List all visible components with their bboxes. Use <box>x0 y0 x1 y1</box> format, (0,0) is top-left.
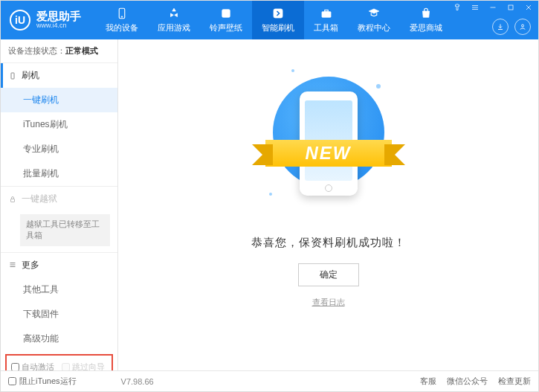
nav-apps[interactable]: 应用游戏 <box>148 1 200 39</box>
app-name: 爱思助手 <box>36 10 81 23</box>
footer: 阻止iTunes运行 V7.98.66 客服 微信公众号 检查更新 <box>1 370 538 391</box>
check-update-link[interactable]: 检查更新 <box>498 376 531 387</box>
ok-button[interactable]: 确定 <box>298 263 359 286</box>
svg-point-1 <box>121 16 123 18</box>
sidebar-jailbreak-header[interactable]: 一键越狱 <box>1 187 117 211</box>
tutorial-icon <box>367 7 381 20</box>
sidebar: 设备连接状态：正常模式 刷机 一键刷机 iTunes刷机 专业刷机 批量刷机 一… <box>1 39 118 370</box>
logo: iU 爱思助手 www.i4.cn <box>1 10 90 30</box>
nav-shop[interactable]: 爱思商城 <box>400 1 452 39</box>
success-illustration: NEW <box>269 69 388 218</box>
window-controls <box>451 2 535 13</box>
new-ribbon: NEW <box>265 140 392 167</box>
sidebar-jailbreak-note: 越狱工具已转移至工具箱 <box>20 214 110 246</box>
svg-point-7 <box>522 25 524 27</box>
nav-flash[interactable]: 智能刷机 <box>252 1 304 39</box>
nav-toolbox[interactable]: 工具箱 <box>304 1 348 39</box>
sidebar-more-header[interactable]: 更多 <box>1 253 117 277</box>
version-label: V7.98.66 <box>121 377 154 386</box>
auto-activate-checkbox[interactable]: 自动激活 <box>11 362 54 370</box>
sidebar-pro-flash[interactable]: 专业刷机 <box>1 137 117 161</box>
device-icon <box>115 7 129 20</box>
connection-status: 设备连接状态：正常模式 <box>1 39 117 62</box>
sidebar-download-firmware[interactable]: 下载固件 <box>1 302 117 327</box>
app-icon <box>167 7 181 20</box>
shop-icon <box>419 7 433 20</box>
svg-rect-6 <box>509 5 513 10</box>
app-url: www.i4.cn <box>36 22 81 30</box>
main-content: NEW 恭喜您，保资料刷机成功啦！ 确定 查看日志 <box>118 39 538 370</box>
sidebar-itunes-flash[interactable]: iTunes刷机 <box>1 112 117 137</box>
toolbox-icon <box>320 7 333 20</box>
app-header: iU 爱思助手 www.i4.cn 我的设备 应用游戏 铃声壁纸 智能刷机 工具… <box>1 1 538 39</box>
options-box: 自动激活 跳过向导 <box>5 354 113 370</box>
wechat-link[interactable]: 微信公众号 <box>447 376 488 387</box>
nav-tabs: 我的设备 应用游戏 铃声壁纸 智能刷机 工具箱 教程中心 爱思商城 <box>96 1 452 39</box>
success-message: 恭喜您，保资料刷机成功啦！ <box>251 236 406 250</box>
svg-rect-3 <box>274 9 283 18</box>
sidebar-flash-header[interactable]: 刷机 <box>1 63 117 88</box>
svg-rect-5 <box>324 10 328 12</box>
nav-tutorial[interactable]: 教程中心 <box>348 1 400 39</box>
skip-guide-checkbox[interactable]: 跳过向导 <box>62 362 105 370</box>
svg-rect-2 <box>222 10 230 18</box>
close-button[interactable] <box>522 2 535 13</box>
minimize-button[interactable] <box>486 2 500 13</box>
svg-rect-8 <box>11 73 14 79</box>
flash-icon <box>271 7 285 20</box>
sidebar-batch-flash[interactable]: 批量刷机 <box>1 161 117 186</box>
logo-icon: iU <box>10 10 30 30</box>
nav-media[interactable]: 铃声壁纸 <box>200 1 252 39</box>
phone-icon <box>8 71 17 80</box>
skin-button[interactable] <box>451 2 464 13</box>
download-button[interactable] <box>492 19 509 35</box>
media-icon <box>219 7 233 20</box>
sidebar-advanced[interactable]: 高级功能 <box>1 327 117 351</box>
sidebar-one-click-flash[interactable]: 一键刷机 <box>1 88 117 112</box>
menu-icon <box>8 260 17 269</box>
block-itunes-checkbox[interactable]: 阻止iTunes运行 <box>8 376 77 387</box>
account-button[interactable] <box>514 19 531 35</box>
svg-rect-4 <box>322 12 331 18</box>
menu-button[interactable] <box>468 2 482 13</box>
lock-icon <box>8 195 17 204</box>
svg-rect-9 <box>11 199 15 202</box>
maximize-button[interactable] <box>504 2 517 13</box>
support-link[interactable]: 客服 <box>420 376 436 387</box>
view-log-link[interactable]: 查看日志 <box>312 297 345 308</box>
sidebar-other-tools[interactable]: 其他工具 <box>1 277 117 302</box>
nav-my-device[interactable]: 我的设备 <box>96 1 148 39</box>
